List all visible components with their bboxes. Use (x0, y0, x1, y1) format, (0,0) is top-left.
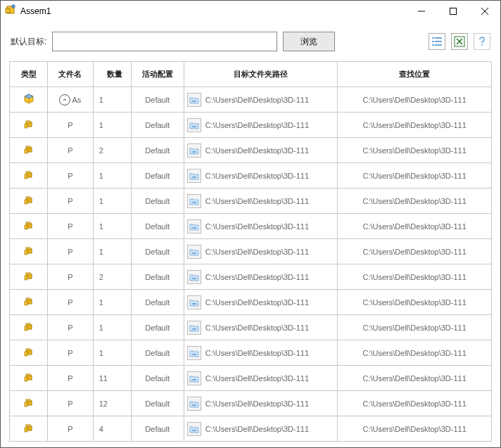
folder-icon[interactable] (187, 295, 201, 309)
expand-icon[interactable] (59, 94, 70, 105)
assembly-icon (10, 87, 47, 112)
config: Default (145, 349, 170, 357)
svg-marker-72 (25, 377, 27, 381)
close-button[interactable] (469, 1, 500, 22)
table-row[interactable]: P12DefaultC:\Users\Dell\Desktop\3D-111C:… (10, 391, 492, 416)
maximize-button[interactable] (437, 1, 469, 22)
quantity: 1 (99, 121, 103, 129)
table-row[interactable]: P2DefaultC:\Users\Dell\Desktop\3D-111C:\… (10, 264, 492, 290)
svg-marker-36 (27, 198, 32, 203)
target-path: C:\Users\Dell\Desktop\3D-111 (205, 273, 309, 281)
config: Default (145, 324, 170, 332)
folder-icon[interactable] (187, 194, 201, 208)
target-path: C:\Users\Dell\Desktop\3D-111 (205, 349, 309, 357)
table-row[interactable]: P1DefaultC:\Users\Dell\Desktop\3D-111C:\… (10, 290, 492, 315)
svg-rect-78 (192, 404, 196, 406)
quantity: 1 (99, 222, 103, 231)
svg-rect-58 (192, 303, 196, 305)
browse-button[interactable]: 浏览 (283, 32, 335, 51)
svg-rect-83 (192, 430, 196, 431)
table-row[interactable]: P4DefaultC:\Users\Dell\Desktop\3D-111C:\… (10, 416, 492, 442)
table-row[interactable]: P1DefaultC:\Users\Dell\Desktop\3D-111C:\… (10, 214, 492, 239)
file-name: P (68, 425, 72, 433)
folder-icon[interactable] (187, 169, 201, 183)
list-tool-icon[interactable] (429, 33, 445, 50)
svg-marker-52 (25, 276, 27, 280)
table-row[interactable]: P11DefaultC:\Users\Dell\Desktop\3D-111C:… (10, 366, 492, 391)
table-row[interactable]: P1DefaultC:\Users\Dell\Desktop\3D-111C:\… (10, 113, 492, 138)
file-name: P (68, 349, 72, 357)
folder-icon[interactable] (187, 346, 201, 360)
th-cfg: 活动配置 (132, 69, 184, 79)
svg-marker-46 (27, 249, 32, 253)
part-icon (10, 391, 47, 416)
table-row[interactable]: P1DefaultC:\Users\Dell\Desktop\3D-111C:\… (10, 239, 492, 264)
file-name: P (68, 146, 72, 155)
svg-rect-33 (192, 177, 196, 178)
file-name: P (68, 121, 72, 129)
svg-rect-68 (192, 354, 196, 355)
svg-marker-32 (25, 174, 27, 179)
svg-marker-42 (25, 225, 27, 229)
svg-marker-31 (27, 173, 32, 177)
minimize-button[interactable] (405, 1, 437, 22)
folder-icon[interactable] (187, 245, 201, 259)
table-row[interactable]: As1DefaultC:\Users\Dell\Desktop\3D-111C:… (10, 87, 492, 113)
folder-icon[interactable] (187, 219, 201, 233)
lookup-location: C:\Users\Dell\Desktop\3D-111 (363, 399, 467, 408)
svg-marker-56 (27, 300, 32, 304)
table-row[interactable]: P1DefaultC:\Users\Dell\Desktop\3D-111C:\… (10, 188, 492, 214)
svg-rect-43 (192, 227, 196, 229)
table-row[interactable]: P1DefaultC:\Users\Dell\Desktop\3D-111C:\… (10, 163, 492, 188)
folder-icon[interactable] (187, 270, 201, 284)
svg-rect-1 (6, 8, 10, 13)
folder-icon[interactable] (187, 422, 201, 436)
file-name: P (68, 248, 72, 256)
config: Default (145, 121, 170, 129)
lookup-location: C:\Users\Dell\Desktop\3D-111 (363, 248, 467, 256)
folder-icon[interactable] (187, 321, 201, 335)
target-path: C:\Users\Dell\Desktop\3D-111 (205, 96, 309, 104)
default-target-input[interactable] (52, 32, 277, 51)
quantity: 4 (99, 425, 103, 433)
table-row[interactable]: P2DefaultC:\Users\Dell\Desktop\3D-111C:\… (10, 138, 492, 163)
help-icon[interactable] (474, 33, 490, 50)
config: Default (145, 273, 170, 281)
svg-rect-10 (435, 41, 442, 42)
quantity: 1 (99, 298, 103, 307)
folder-icon[interactable] (187, 118, 201, 132)
lookup-location: C:\Users\Dell\Desktop\3D-111 (363, 425, 467, 433)
toolbar: 默认目标: 浏览 (1, 22, 500, 61)
folder-icon[interactable] (187, 397, 201, 411)
target-path: C:\Users\Dell\Desktop\3D-111 (205, 374, 309, 383)
target-path: C:\Users\Dell\Desktop\3D-111 (205, 197, 309, 205)
svg-marker-62 (25, 326, 27, 331)
svg-marker-76 (27, 401, 32, 405)
file-table-container: 类型 文件名 数量 活动配置 目标文件夹路径 查找位置 As1DefaultC:… (1, 61, 500, 448)
excel-export-icon[interactable] (451, 33, 468, 50)
part-icon (10, 290, 47, 314)
target-path: C:\Users\Dell\Desktop\3D-111 (205, 425, 309, 433)
th-qty: 数量 (99, 69, 131, 79)
svg-marker-77 (25, 402, 27, 407)
svg-rect-63 (192, 328, 196, 330)
svg-rect-38 (192, 202, 196, 203)
config: Default (145, 399, 170, 408)
folder-icon[interactable] (187, 371, 201, 385)
file-name: P (68, 399, 72, 408)
part-icon (10, 214, 47, 238)
th-type: 类型 (10, 69, 47, 79)
config: Default (145, 425, 170, 433)
folder-icon[interactable] (187, 93, 201, 107)
svg-rect-53 (192, 278, 196, 279)
table-row[interactable]: P1DefaultC:\Users\Dell\Desktop\3D-111C:\… (10, 340, 492, 366)
lookup-location: C:\Users\Dell\Desktop\3D-111 (363, 298, 467, 307)
svg-rect-11 (432, 44, 434, 46)
config: Default (145, 374, 170, 383)
svg-marker-22 (25, 124, 27, 128)
quantity: 1 (99, 324, 103, 332)
table-row[interactable]: P1DefaultC:\Users\Dell\Desktop\3D-111C:\… (10, 315, 492, 340)
file-name: P (68, 273, 72, 281)
folder-icon[interactable] (187, 143, 201, 158)
svg-marker-57 (25, 301, 27, 305)
